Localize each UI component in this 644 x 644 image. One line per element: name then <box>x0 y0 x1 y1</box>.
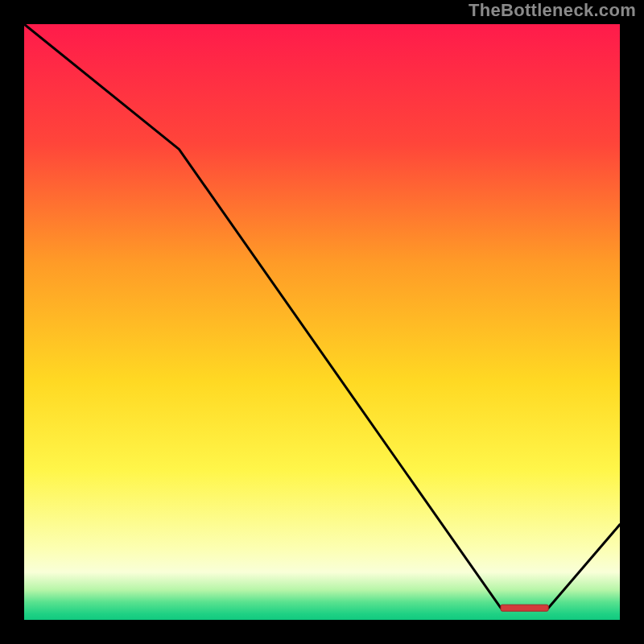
bottleneck-chart <box>24 24 620 620</box>
watermark-text: TheBottleneck.com <box>469 0 636 21</box>
chart-frame: TheBottleneck.com <box>0 0 644 644</box>
gradient-background <box>24 24 620 620</box>
optimal-range-marker <box>501 605 548 611</box>
